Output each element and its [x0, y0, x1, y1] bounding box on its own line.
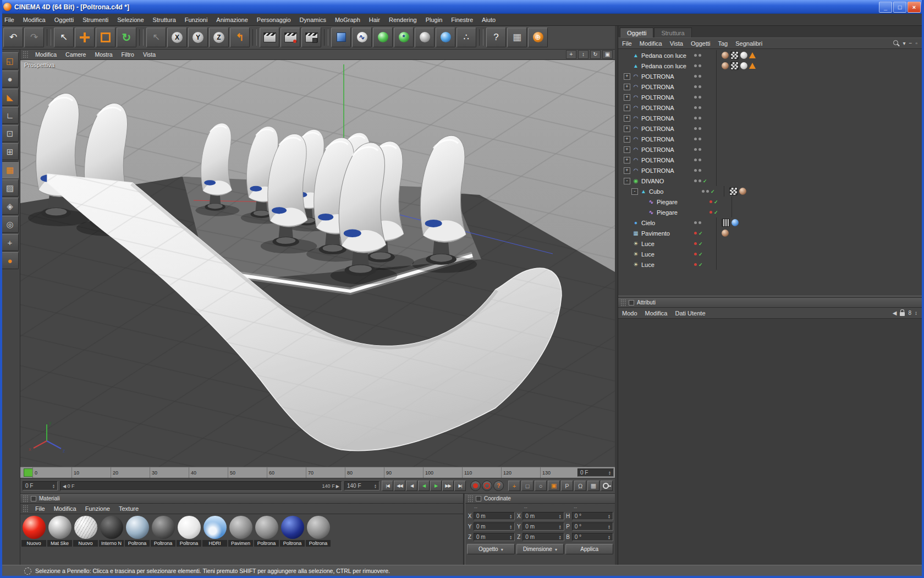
current-frame-field[interactable]: 0 F	[23, 481, 58, 490]
mark-dot[interactable]	[698, 106, 701, 109]
material-item[interactable]: Interno N	[99, 516, 124, 547]
mark-dot[interactable]	[698, 96, 701, 99]
polygon-mode-button[interactable]: ▦	[1, 161, 19, 178]
panel-grip[interactable]	[23, 495, 29, 502]
snap-grid-toggle[interactable]: ▦	[587, 481, 600, 491]
record-rotation-toggle[interactable]: ○	[535, 481, 547, 491]
material-item[interactable]: Poltrona	[177, 516, 201, 547]
tag-tg-warn[interactable]	[749, 63, 756, 69]
object-row[interactable]: ▲ Pedana con luce	[618, 61, 922, 71]
mark-check[interactable]: ✓	[698, 241, 703, 247]
menubar-item[interactable]: Plugin	[421, 14, 447, 25]
record-position-toggle[interactable]: +	[508, 481, 520, 491]
material-preview[interactable]	[255, 516, 278, 539]
object-label[interactable]: Piegare	[657, 209, 710, 216]
toolbar-separator[interactable]	[324, 29, 328, 46]
snap-mode-button[interactable]: ◎	[1, 216, 19, 233]
object-label[interactable]: Cubo	[649, 188, 702, 195]
add-deformer-button[interactable]	[436, 28, 455, 47]
point-mode-button[interactable]: ⊡	[1, 125, 19, 142]
menubar-item[interactable]: Modifica	[19, 14, 50, 25]
materials-menu-item[interactable]: Modifica	[50, 505, 81, 512]
expand-toggle[interactable]: +	[624, 167, 630, 174]
tag-tg-sphere-w[interactable]	[740, 52, 747, 59]
stepper[interactable]	[508, 514, 513, 519]
viewport-menu-item[interactable]: Modifica	[31, 51, 61, 58]
object-row[interactable]: + ◠ POLTRONA	[618, 81, 922, 92]
tag-tg-check[interactable]	[730, 51, 739, 59]
animation-help-button[interactable]: ?	[493, 481, 504, 491]
material-item[interactable]: Nuovo	[73, 516, 98, 547]
panel-grip[interactable]	[620, 299, 626, 306]
object-label[interactable]: Pedana con luce	[641, 52, 694, 59]
expand-toggle[interactable]	[624, 52, 630, 59]
material-item[interactable]: Poltrona	[254, 516, 279, 547]
menubar-item[interactable]: Hair	[365, 14, 384, 25]
add-spline-button[interactable]: ∿	[352, 28, 372, 47]
coordinate-system-button[interactable]: ↰	[230, 28, 250, 47]
stepper[interactable]	[558, 525, 563, 529]
expand-toggle[interactable]	[624, 230, 630, 237]
position-field[interactable]: 0 m	[474, 512, 515, 520]
object-row[interactable]: - ◉ DIVANO ✓	[618, 176, 922, 186]
menubar-item[interactable]: Finestre	[447, 14, 477, 25]
menubar-item[interactable]: Aiuto	[477, 14, 500, 25]
add-particles-button[interactable]: ∴	[457, 28, 476, 47]
expand-toggle[interactable]	[624, 220, 630, 226]
viewport-solo-button[interactable]: ●	[1, 252, 19, 269]
material-item[interactable]: Poltrona	[280, 516, 305, 547]
float-panel-icon[interactable]: ▫	[915, 40, 917, 46]
materials-menu-item[interactable]: File	[31, 505, 50, 512]
rotate-tool[interactable]: ↻	[117, 28, 136, 47]
object-label[interactable]: DIVANO	[641, 178, 694, 184]
mark-dot[interactable]	[698, 117, 701, 119]
material-preview[interactable]	[204, 516, 227, 539]
tag-tg-sphere-w[interactable]	[740, 62, 747, 69]
menubar-item[interactable]: Dynamics	[295, 14, 331, 25]
menubar-item[interactable]: File	[0, 14, 19, 25]
mark-dot[interactable]	[694, 138, 697, 140]
material-item[interactable]: Pavimen	[228, 516, 253, 547]
mark-dot[interactable]	[698, 169, 701, 172]
minimize-panel-icon[interactable]: −	[909, 40, 912, 46]
tag-tg-film[interactable]	[722, 219, 730, 227]
timeline-range-slider[interactable]: 0 F 140 F	[60, 481, 342, 491]
object-manager-menu-item[interactable]: Tag	[714, 40, 732, 47]
title-bar[interactable]: CINEMA 4D (64 Bit) - [Poltrona.c4d *] _ …	[0, 0, 924, 14]
end-frame-field[interactable]: 140 F	[344, 481, 380, 490]
stepper[interactable]	[373, 484, 378, 488]
stepper[interactable]	[607, 471, 612, 475]
redo-button[interactable]: ↷	[24, 28, 44, 47]
lock-y-axis-button[interactable]: Y	[188, 28, 208, 47]
expand-toggle[interactable]: +	[624, 105, 630, 111]
object-row[interactable]: + ◠ POLTRONA	[618, 155, 922, 165]
mark-dot[interactable]	[706, 190, 709, 193]
object-row[interactable]: ☀ Luce ✓	[618, 249, 922, 259]
goto-start-button[interactable]: |◀	[382, 481, 393, 491]
tag-tg-check[interactable]	[730, 62, 739, 70]
rotation-field[interactable]: 0 °	[572, 533, 613, 541]
object-row[interactable]: + ◠ POLTRONA	[618, 113, 922, 123]
mark-dot[interactable]	[694, 159, 697, 161]
stepper[interactable]	[607, 514, 612, 519]
object-label[interactable]: POLTRONA	[641, 94, 694, 101]
position-field[interactable]: 0 m	[474, 522, 515, 531]
mark-dot[interactable]	[694, 117, 697, 119]
expand-toggle[interactable]	[624, 251, 630, 258]
viewport-camera-label[interactable]: Prospettiva	[24, 62, 54, 68]
add-primitive-button[interactable]	[331, 28, 351, 47]
add-scene-object-button[interactable]	[415, 28, 435, 47]
stepper[interactable]	[51, 484, 56, 488]
object-row[interactable]: ☀ Luce ✓	[618, 259, 922, 270]
mark-dot[interactable]	[698, 64, 701, 67]
expand-toggle[interactable]: +	[624, 115, 630, 122]
rotation-field[interactable]: 0 °	[572, 512, 613, 520]
object-row[interactable]: ∿ Piegare ✓	[618, 207, 922, 217]
mark-dot[interactable]	[694, 179, 697, 182]
object-label[interactable]: Cielo	[641, 220, 694, 226]
mark-dot[interactable]	[698, 138, 701, 140]
stepper[interactable]	[607, 525, 612, 529]
position-field[interactable]: 0 m	[474, 533, 515, 541]
materials-menu-item[interactable]: Funzione	[81, 505, 114, 512]
mark-dot[interactable]	[698, 85, 701, 88]
